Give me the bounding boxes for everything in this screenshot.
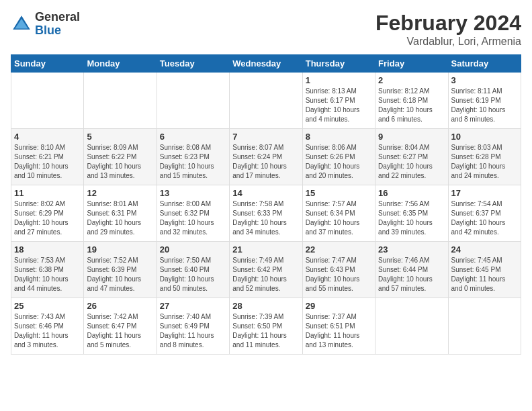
calendar-week-3: 11Sunrise: 8:02 AM Sunset: 6:29 PM Dayli…	[11, 185, 521, 242]
day-detail: Sunrise: 7:40 AM Sunset: 6:49 PM Dayligh…	[160, 312, 226, 350]
day-number: 23	[378, 244, 445, 255]
col-tuesday: Tuesday	[157, 55, 229, 73]
calendar-week-5: 25Sunrise: 7:43 AM Sunset: 6:46 PM Dayli…	[11, 298, 521, 355]
day-detail: Sunrise: 7:54 AM Sunset: 6:37 PM Dayligh…	[451, 199, 518, 237]
day-detail: Sunrise: 7:37 AM Sunset: 6:51 PM Dayligh…	[306, 312, 372, 350]
title-block: February 2024 Vardablur, Lori, Armenia	[375, 11, 521, 48]
day-number: 15	[306, 188, 372, 198]
col-wednesday: Wednesday	[230, 55, 302, 73]
calendar-cell: 2Sunrise: 8:12 AM Sunset: 6:18 PM Daylig…	[375, 73, 448, 129]
calendar-cell: 7Sunrise: 8:07 AM Sunset: 6:24 PM Daylig…	[230, 129, 302, 185]
day-number: 26	[87, 301, 153, 311]
day-number: 24	[451, 244, 518, 255]
day-number: 21	[232, 244, 299, 255]
calendar-cell: 10Sunrise: 8:03 AM Sunset: 6:28 PM Dayli…	[448, 129, 521, 185]
header-row: Sunday Monday Tuesday Wednesday Thursday…	[11, 55, 521, 73]
day-number: 17	[451, 188, 518, 198]
col-monday: Monday	[84, 55, 157, 73]
day-detail: Sunrise: 8:01 AM Sunset: 6:31 PM Dayligh…	[87, 199, 153, 237]
day-number: 8	[306, 132, 372, 142]
day-number: 14	[232, 188, 299, 198]
col-thursday: Thursday	[302, 55, 375, 73]
day-detail: Sunrise: 8:08 AM Sunset: 6:23 PM Dayligh…	[160, 143, 226, 181]
calendar-cell: 23Sunrise: 7:46 AM Sunset: 6:44 PM Dayli…	[375, 242, 448, 298]
col-sunday: Sunday	[11, 55, 84, 73]
col-saturday: Saturday	[448, 55, 521, 73]
day-number: 19	[87, 244, 153, 255]
day-detail: Sunrise: 7:46 AM Sunset: 6:44 PM Dayligh…	[378, 256, 445, 293]
calendar-cell: 12Sunrise: 8:01 AM Sunset: 6:31 PM Dayli…	[84, 185, 157, 242]
day-detail: Sunrise: 7:53 AM Sunset: 6:38 PM Dayligh…	[14, 256, 81, 293]
page: General Blue February 2024 Vardablur, Lo…	[0, 0, 532, 361]
day-detail: Sunrise: 7:43 AM Sunset: 6:46 PM Dayligh…	[14, 312, 81, 350]
calendar-cell: 22Sunrise: 7:47 AM Sunset: 6:43 PM Dayli…	[302, 242, 375, 298]
day-number: 2	[378, 75, 445, 85]
calendar-cell: 19Sunrise: 7:52 AM Sunset: 6:39 PM Dayli…	[84, 242, 157, 298]
day-number: 5	[87, 132, 153, 142]
day-detail: Sunrise: 8:06 AM Sunset: 6:26 PM Dayligh…	[306, 143, 372, 181]
day-detail: Sunrise: 7:49 AM Sunset: 6:42 PM Dayligh…	[232, 256, 299, 293]
day-number: 12	[87, 188, 153, 198]
calendar-cell	[157, 73, 229, 129]
calendar-title: February 2024	[375, 11, 521, 36]
day-detail: Sunrise: 8:00 AM Sunset: 6:32 PM Dayligh…	[160, 199, 226, 237]
calendar-week-4: 18Sunrise: 7:53 AM Sunset: 6:38 PM Dayli…	[11, 242, 521, 298]
day-detail: Sunrise: 7:47 AM Sunset: 6:43 PM Dayligh…	[306, 256, 372, 293]
calendar-cell	[448, 298, 521, 355]
calendar-cell: 29Sunrise: 7:37 AM Sunset: 6:51 PM Dayli…	[302, 298, 375, 355]
day-number: 7	[232, 132, 299, 142]
day-detail: Sunrise: 8:09 AM Sunset: 6:22 PM Dayligh…	[87, 143, 153, 181]
day-detail: Sunrise: 8:02 AM Sunset: 6:29 PM Dayligh…	[14, 199, 81, 237]
day-number: 16	[378, 188, 445, 198]
calendar-cell: 4Sunrise: 8:10 AM Sunset: 6:21 PM Daylig…	[11, 129, 84, 185]
day-number: 6	[160, 132, 226, 142]
day-detail: Sunrise: 7:50 AM Sunset: 6:40 PM Dayligh…	[160, 256, 226, 293]
calendar-week-1: 1Sunrise: 8:13 AM Sunset: 6:17 PM Daylig…	[11, 73, 521, 129]
day-number: 1	[306, 75, 372, 85]
day-number: 9	[378, 132, 445, 142]
day-detail: Sunrise: 8:11 AM Sunset: 6:19 PM Dayligh…	[451, 87, 518, 124]
day-detail: Sunrise: 7:57 AM Sunset: 6:34 PM Dayligh…	[306, 199, 372, 237]
logo-general: General	[35, 11, 80, 24]
calendar-week-2: 4Sunrise: 8:10 AM Sunset: 6:21 PM Daylig…	[11, 129, 521, 185]
calendar-cell	[375, 298, 448, 355]
day-number: 22	[306, 244, 372, 255]
day-number: 4	[14, 132, 81, 142]
day-detail: Sunrise: 7:39 AM Sunset: 6:50 PM Dayligh…	[232, 312, 299, 350]
logo-blue: Blue	[35, 24, 80, 38]
calendar-cell: 15Sunrise: 7:57 AM Sunset: 6:34 PM Dayli…	[302, 185, 375, 242]
calendar-cell: 17Sunrise: 7:54 AM Sunset: 6:37 PM Dayli…	[448, 185, 521, 242]
day-number: 3	[451, 75, 518, 85]
logo-text: General Blue	[35, 11, 80, 38]
day-detail: Sunrise: 8:03 AM Sunset: 6:28 PM Dayligh…	[451, 143, 518, 181]
day-number: 29	[306, 301, 372, 311]
day-number: 27	[160, 301, 226, 311]
calendar-cell: 8Sunrise: 8:06 AM Sunset: 6:26 PM Daylig…	[302, 129, 375, 185]
day-detail: Sunrise: 7:45 AM Sunset: 6:45 PM Dayligh…	[451, 256, 518, 293]
calendar-cell: 11Sunrise: 8:02 AM Sunset: 6:29 PM Dayli…	[11, 185, 84, 242]
day-number: 18	[14, 244, 81, 255]
day-detail: Sunrise: 8:10 AM Sunset: 6:21 PM Dayligh…	[14, 143, 81, 181]
day-detail: Sunrise: 8:07 AM Sunset: 6:24 PM Dayligh…	[232, 143, 299, 181]
day-detail: Sunrise: 8:12 AM Sunset: 6:18 PM Dayligh…	[378, 87, 445, 124]
day-number: 13	[160, 188, 226, 198]
calendar-cell: 3Sunrise: 8:11 AM Sunset: 6:19 PM Daylig…	[448, 73, 521, 129]
calendar-cell: 5Sunrise: 8:09 AM Sunset: 6:22 PM Daylig…	[84, 129, 157, 185]
logo: General Blue	[11, 11, 80, 38]
day-detail: Sunrise: 7:56 AM Sunset: 6:35 PM Dayligh…	[378, 199, 445, 237]
calendar-cell: 1Sunrise: 8:13 AM Sunset: 6:17 PM Daylig…	[302, 73, 375, 129]
calendar-cell: 21Sunrise: 7:49 AM Sunset: 6:42 PM Dayli…	[230, 242, 302, 298]
day-detail: Sunrise: 7:52 AM Sunset: 6:39 PM Dayligh…	[87, 256, 153, 293]
calendar-cell: 26Sunrise: 7:42 AM Sunset: 6:47 PM Dayli…	[84, 298, 157, 355]
calendar-cell: 18Sunrise: 7:53 AM Sunset: 6:38 PM Dayli…	[11, 242, 84, 298]
day-number: 25	[14, 301, 81, 311]
day-detail: Sunrise: 7:42 AM Sunset: 6:47 PM Dayligh…	[87, 312, 153, 350]
header: General Blue February 2024 Vardablur, Lo…	[11, 11, 521, 48]
calendar-cell: 13Sunrise: 8:00 AM Sunset: 6:32 PM Dayli…	[157, 185, 229, 242]
calendar-cell	[230, 73, 302, 129]
calendar-cell: 14Sunrise: 7:58 AM Sunset: 6:33 PM Dayli…	[230, 185, 302, 242]
day-number: 28	[232, 301, 299, 311]
calendar-subtitle: Vardablur, Lori, Armenia	[375, 36, 521, 48]
day-number: 11	[14, 188, 81, 198]
day-number: 10	[451, 132, 518, 142]
